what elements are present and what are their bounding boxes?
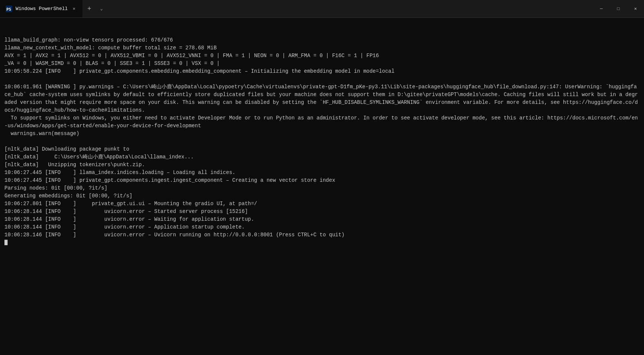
titlebar: PS Windows PowerShell ✕ + ⌄ ─ □ ✕	[0, 0, 644, 18]
terminal-line: _VA = 0 | WASM_SIMD = 0 | BLAS = 0 | SSE…	[4, 60, 640, 68]
close-button[interactable]: ✕	[627, 0, 644, 17]
active-tab[interactable]: PS Windows PowerShell ✕	[0, 0, 82, 17]
terminal-line: [nltk_data] Unzipping tokenizers\punkt.z…	[4, 161, 640, 169]
terminal-line	[4, 138, 640, 145]
terminal-line: 10:06:01.961 [WARNING ] py.warnings – C:…	[4, 83, 640, 114]
terminal-line: [nltk_data] Downloading package punkt to	[4, 145, 640, 153]
maximize-button[interactable]: □	[610, 0, 627, 17]
terminal-line	[4, 75, 640, 83]
terminal-line: AVX = 1 | AVX2 = 1 | AVX512 = 0 | AVX512…	[4, 52, 640, 60]
terminal-line: 10:06:27.445 [INFO ] private_gpt.compone…	[4, 177, 640, 184]
terminal-line: 10:06:28.144 [INFO ] uvicorn.error – App…	[4, 223, 640, 231]
powershell-window: PS Windows PowerShell ✕ + ⌄ ─ □ ✕ llama_…	[0, 0, 644, 355]
powershell-icon: PS	[5, 5, 13, 13]
svg-text:PS: PS	[6, 7, 11, 12]
close-tab-button[interactable]: ✕	[71, 6, 77, 12]
terminal-line: 10:05:58.224 [INFO ] private_gpt.compone…	[4, 68, 640, 75]
terminal-line: 10:06:27.801 [INFO ] private_gpt.ui.ui –…	[4, 200, 640, 208]
terminal-output[interactable]: llama_build_graph: non-view tensors proc…	[0, 18, 644, 355]
cursor-line	[4, 239, 640, 247]
tab-dropdown-button[interactable]: ⌄	[96, 0, 107, 17]
terminal-line: Generating embeddings: 0it [00:00, ?it/s…	[4, 192, 640, 200]
terminal-line: warnings.warn(message)	[4, 130, 640, 138]
terminal-line: [nltk_data] C:\Users\崎山小鹿\AppData\Local\…	[4, 153, 640, 161]
terminal-line: To support symlinks on Windows, you eith…	[4, 114, 640, 130]
terminal-line: 10:06:28.144 [INFO ] uvicorn.error – Wai…	[4, 216, 640, 223]
terminal-line: 10:06:28.146 [INFO ] uvicorn.error – Uvi…	[4, 231, 640, 239]
tab-title: Windows PowerShell	[16, 6, 68, 11]
terminal-line: Parsing nodes: 0it [00:00, ?it/s]	[4, 184, 640, 192]
terminal-line: 10:06:27.445 [INFO ] llama_index.indices…	[4, 169, 640, 177]
window-controls: ─ □ ✕	[593, 0, 644, 17]
terminal-line: llama_build_graph: non-view tensors proc…	[4, 36, 640, 44]
terminal-line: 10:06:28.144 [INFO ] uvicorn.error – Sta…	[4, 208, 640, 216]
minimize-button[interactable]: ─	[593, 0, 610, 17]
terminal-line: llama_new_context_with_model: compute bu…	[4, 44, 640, 52]
new-tab-button[interactable]: +	[82, 0, 96, 17]
